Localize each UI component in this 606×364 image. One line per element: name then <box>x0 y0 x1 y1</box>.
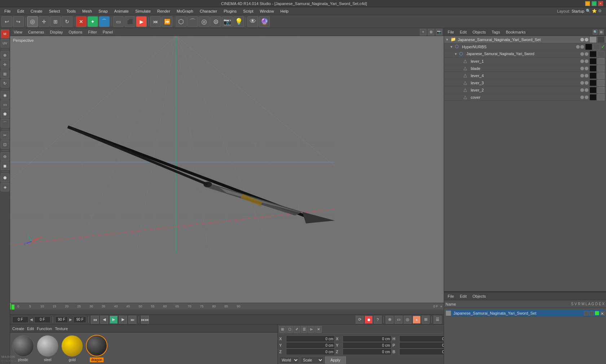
vp-menu-panel[interactable]: Panel <box>101 29 115 35</box>
coord-icon1[interactable]: ⊞ <box>279 326 286 333</box>
move-button[interactable]: ✛ <box>39 16 49 27</box>
l3-vis1[interactable] <box>580 81 584 85</box>
material-gold[interactable]: gold <box>61 335 83 362</box>
mat-menu-texture[interactable]: Texture <box>55 327 68 331</box>
timeline-expand[interactable]: + <box>440 305 442 308</box>
l1-vis2[interactable] <box>585 59 588 63</box>
end-frame-input[interactable] <box>55 316 68 323</box>
tl-icon4[interactable]: ⊕ <box>386 316 394 324</box>
vp-menu-view[interactable]: View <box>12 29 25 35</box>
vp-menu-options[interactable]: Options <box>66 29 84 35</box>
vp-menu-filter[interactable]: Filter <box>86 29 99 35</box>
mat-menu-edit[interactable]: Edit <box>27 327 34 331</box>
attr-menu-objects[interactable]: Objects <box>471 293 487 299</box>
coord-icon6[interactable]: ✕ <box>315 326 322 333</box>
go-start-button[interactable]: ⏮ <box>91 316 99 324</box>
obj-menu-edit[interactable]: Edit <box>458 29 468 35</box>
menu-plugins[interactable]: Plugins <box>221 8 240 14</box>
left-extras1[interactable]: ⬢ <box>1 173 9 182</box>
obj-item-lever3[interactable]: △ lever_3 <box>444 79 606 86</box>
obj-item-blade[interactable]: △ blade <box>444 65 606 72</box>
total-frames-input[interactable] <box>74 316 86 323</box>
minimize-button[interactable]: ─ <box>585 1 590 6</box>
obj-item-root[interactable]: ▼ 📁 Japanese_Samurai_Naginata_Yari_Sword… <box>444 36 606 43</box>
menu-render[interactable]: Render <box>154 8 173 14</box>
left-live-sel[interactable]: ◉ <box>1 91 9 99</box>
left-loop[interactable]: ⊡ <box>1 140 9 149</box>
left-move[interactable]: ✛ <box>1 60 9 69</box>
tl-icon8[interactable]: ⊞ <box>422 316 430 324</box>
close-button[interactable]: ✕ <box>598 1 603 6</box>
l3-vis2[interactable] <box>585 81 588 85</box>
next-frame-button[interactable]: ▶ <box>119 316 127 324</box>
attr-menu-file[interactable]: File <box>446 293 456 299</box>
obj-menu-objects[interactable]: Objects <box>471 29 487 35</box>
attr-icon-x[interactable]: ✕ <box>600 311 605 315</box>
root-vis-dot2[interactable] <box>585 38 588 41</box>
tl-icon2[interactable]: ⏺ <box>365 316 373 324</box>
mode-edge[interactable]: ⌒ <box>99 16 110 27</box>
vp-menu-cameras[interactable]: Cameras <box>26 29 47 35</box>
light-btn[interactable]: 💡 <box>233 16 244 27</box>
obj-menu-tags[interactable]: Tags <box>490 29 501 35</box>
vp-icon-1[interactable]: + <box>420 29 426 35</box>
obj-item-cover[interactable]: △ cover <box>444 94 606 101</box>
tl-icon9[interactable]: ☰ <box>434 316 442 324</box>
menu-character[interactable]: Character <box>197 8 220 14</box>
rotate-button[interactable]: ↻ <box>62 16 73 27</box>
obj-expand-icon[interactable]: ⊞ <box>599 30 604 35</box>
left-knife[interactable]: ✂ <box>1 131 9 139</box>
menu-help[interactable]: Help <box>277 8 291 14</box>
left-free-sel[interactable]: ⌒ <box>1 119 9 128</box>
attr-icon-s[interactable] <box>584 311 588 315</box>
skip-button[interactable]: ⏭⏭ <box>141 316 149 324</box>
deformer-btn[interactable]: ⊜ <box>210 16 221 27</box>
live-select-button[interactable]: ◎ <box>27 16 38 27</box>
vp-menu-display[interactable]: Display <box>48 29 65 35</box>
coord-icon3[interactable]: ✐ <box>294 326 300 333</box>
attr-icon-active[interactable] <box>595 311 599 315</box>
mode-point[interactable]: ✦ <box>87 16 98 27</box>
left-mode-uv[interactable]: UV <box>1 39 9 48</box>
menu-mesh[interactable]: Mesh <box>79 8 95 14</box>
obj-menu-file[interactable]: File <box>446 29 456 35</box>
l2-vis2[interactable] <box>585 88 588 92</box>
attr-icon-v[interactable] <box>589 311 594 315</box>
obj-item-lever2[interactable]: △ lever_2 <box>444 86 606 94</box>
hn-vis1[interactable] <box>576 45 580 49</box>
render-scene[interactable]: ▶ <box>136 16 147 27</box>
left-magnet[interactable]: ⊖ <box>1 152 9 161</box>
coord-z-scale[interactable] <box>343 349 391 355</box>
left-paint[interactable]: ◼ <box>1 161 9 170</box>
left-extras2[interactable]: ◈ <box>1 183 9 191</box>
menu-snap[interactable]: Snap <box>96 8 111 14</box>
object-btn[interactable]: ⬡ <box>176 16 186 27</box>
obj-menu-bookmarks[interactable]: Bookmarks <box>504 29 527 35</box>
playback-btn1[interactable]: ⏮ <box>150 16 161 27</box>
render-region[interactable]: ▭ <box>113 16 124 27</box>
sw-vis2[interactable] <box>585 52 588 56</box>
coord-h-rot[interactable] <box>399 336 448 342</box>
left-mode-model[interactable]: M <box>1 30 9 38</box>
menu-mograph[interactable]: MoGraph <box>174 8 196 14</box>
sw-vis1[interactable] <box>580 52 584 56</box>
redo-button[interactable]: ↪ <box>13 16 24 27</box>
coord-p-rot[interactable] <box>399 342 448 349</box>
go-end-button[interactable]: ⏭ <box>128 316 136 324</box>
frame-value-input[interactable] <box>34 316 50 323</box>
coord-icon4[interactable]: ☰ <box>301 326 307 333</box>
left-scale[interactable]: ⊞ <box>1 70 9 78</box>
l4-vis2[interactable] <box>585 74 588 77</box>
menu-script[interactable]: Script <box>240 8 256 14</box>
mode-object[interactable]: ✕ <box>76 16 87 27</box>
l1-vis1[interactable] <box>580 59 584 63</box>
maximize-button[interactable]: □ <box>592 1 597 6</box>
coord-x-pos[interactable] <box>286 336 335 342</box>
menu-edit[interactable]: Edit <box>14 8 27 14</box>
nurbs-btn[interactable]: ◎ <box>199 16 210 27</box>
menu-create[interactable]: Create <box>28 8 45 14</box>
tl-icon6[interactable]: ◎ <box>404 316 412 324</box>
cv-vis1[interactable] <box>580 96 584 99</box>
render-view[interactable]: ⬛ <box>124 16 135 27</box>
obj-search-icon[interactable]: 🔍 <box>593 30 598 35</box>
